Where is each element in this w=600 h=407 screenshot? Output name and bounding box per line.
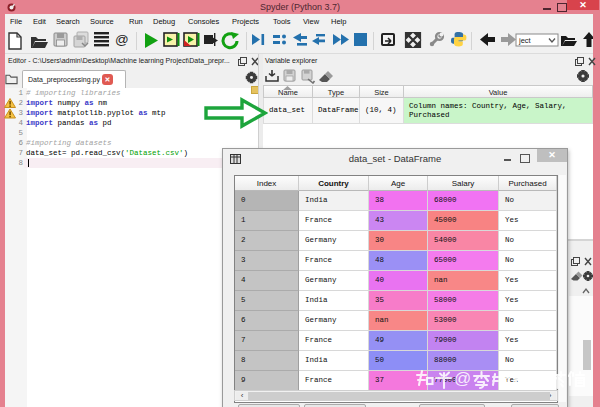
svg-text:@: @ <box>454 369 471 388</box>
svg-text:de: de <box>528 372 544 388</box>
svg-text:ject: ject <box>518 36 532 45</box>
svg-text:@: @ <box>115 32 129 47</box>
